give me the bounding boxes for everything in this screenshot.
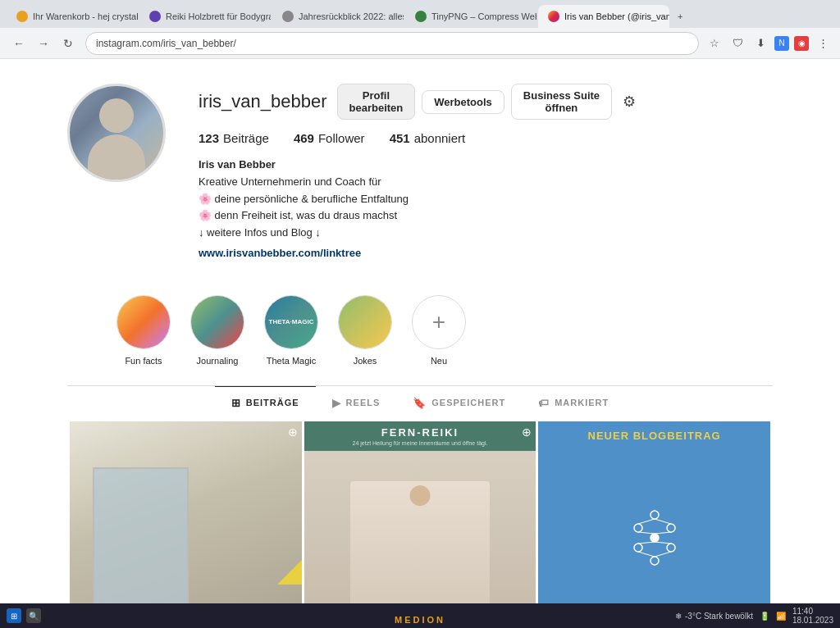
svg-point-4 [634, 544, 642, 552]
highlight-circle-jokes [338, 295, 392, 349]
beitraege-icon: ⊞ [231, 397, 241, 409]
tab-gespeichert[interactable]: 🔖 GESPEICHERT [396, 386, 522, 419]
post1-bookmark-icon: ⊕ [288, 425, 298, 439]
highlight-journaling[interactable]: Journaling [190, 295, 244, 366]
bio-line3: 🌸 denn Freiheit ist, was du draus machst [199, 207, 773, 225]
svg-line-11 [638, 542, 655, 544]
highlight-neu[interactable]: + Neu [412, 295, 466, 366]
weather-info: ❄ -3°C Stark bewölkt [675, 612, 753, 621]
svg-point-1 [634, 524, 642, 532]
business-suite-button[interactable]: Business Suiteöffnen [511, 84, 612, 120]
svg-line-8 [655, 519, 671, 524]
battery-icon: 🔋 [760, 612, 769, 621]
post2-header-text: FERN-REIKI [309, 426, 532, 439]
tab-icon-tinypng [415, 11, 427, 22]
weather-text: -3°C Stark bewölkt [685, 612, 753, 621]
extension-2[interactable]: ◉ [794, 36, 809, 51]
highlight-circle-fun [116, 295, 171, 349]
menu-icon[interactable]: ⋮ [814, 34, 832, 52]
tab-bar: Ihr Warenkorb - hej crystal × Reiki Holz… [0, 0, 840, 28]
svg-point-6 [651, 557, 659, 565]
refresh-button[interactable]: ↻ [57, 33, 79, 54]
tab-markiert[interactable]: 🏷 MARKIERT [522, 386, 625, 419]
back-button[interactable]: ← [8, 33, 30, 54]
content-tabs-row: ⊞ BEITRÄGE ▶ REELS 🔖 GESPEICHERT 🏷 [67, 385, 773, 419]
tab-icon-instagram [548, 11, 559, 22]
following-stat[interactable]: 451 abonniert [390, 131, 466, 145]
shield-icon[interactable]: 🛡 [728, 34, 746, 52]
post3-diagram [546, 447, 762, 603]
new-tab-button[interactable]: + [671, 5, 694, 28]
tab-tinypng[interactable]: TinyPNG – Compress WebP, PN... × [405, 5, 536, 28]
page-content: iris_van_bebber Profilbearbeiten Werbeto… [0, 59, 840, 603]
svg-line-10 [655, 532, 671, 534]
svg-point-3 [651, 534, 659, 542]
clock: 11:40 18.01.2023 [792, 607, 833, 625]
extension-1[interactable]: N [774, 36, 789, 51]
highlight-img-fun [117, 296, 170, 348]
taskbar-start[interactable]: ⊞ [7, 608, 21, 623]
highlight-circle-theta: THETA·MAGIC [264, 295, 318, 349]
bio-link[interactable]: www.irisvanbebber.com/linktree [199, 245, 773, 262]
nav-buttons: ← → ↻ [8, 33, 79, 54]
highlight-fun-facts[interactable]: Fun facts [116, 295, 171, 366]
werbetools-button[interactable]: Werbetools [422, 90, 504, 114]
tab-icon-reiki [149, 11, 161, 22]
medion-brand-label: MEDION [395, 615, 445, 625]
bio-name: Iris van Bebber [199, 157, 773, 174]
profile-header: iris_van_bebber Profilbearbeiten Werbeto… [67, 84, 773, 262]
tab-instagram[interactable]: Iris van Bebber (@iris_van_bebl... × [538, 5, 669, 28]
post-3[interactable]: NEUER BLOGBEITRAG [538, 421, 770, 603]
profile-buttons: Profilbearbeiten Werbetools Business Sui… [337, 84, 641, 120]
avatar [67, 84, 166, 182]
add-icon: + [432, 309, 445, 335]
monitor: Ihr Warenkorb - hej crystal × Reiki Holz… [0, 0, 840, 628]
profile-photo [70, 86, 163, 180]
highlight-jokes[interactable]: Jokes [338, 295, 392, 366]
svg-line-14 [655, 552, 671, 557]
taskbar-search[interactable]: 🔍 [26, 608, 41, 623]
settings-icon[interactable]: ⚙ [619, 91, 640, 112]
highlights-row: Fun facts Journaling THETA·MAGIC [67, 282, 773, 385]
post2-person [350, 481, 490, 603]
taskbar: ⊞ 🔍 ❄ -3°C Stark bewölkt 🔋 📶 11:40 18.01… [0, 603, 840, 628]
svg-point-2 [667, 524, 675, 532]
post-1[interactable]: 12 von 12 im Januar 2023 © Iris van Bebb… [70, 421, 302, 603]
post2-header: FERN-REIKI 24 jetzt Heilung für meine In… [304, 421, 536, 451]
time-display: 11:40 [792, 607, 833, 616]
post-2[interactable]: FERN-REIKI 24 jetzt Heilung für meine In… [304, 421, 536, 603]
post2-subtext: 24 jetzt Heilung für meine Innenräume un… [309, 440, 532, 446]
svg-point-5 [667, 544, 675, 552]
tab-reels[interactable]: ▶ REELS [316, 386, 397, 419]
tab-reiki[interactable]: Reiki Holzbrett für Bodygraphs × [139, 5, 271, 28]
highlight-img-journal [191, 296, 244, 348]
browser-actions: ☆ 🛡 ⬇ N ◉ ⋮ [705, 34, 832, 52]
address-bar[interactable]: instagram.com/iris_van_bebber/ [85, 32, 699, 55]
download-icon[interactable]: ⬇ [751, 34, 769, 52]
tab-icon-warenkorb [16, 11, 28, 22]
followers-stat[interactable]: 469 Follower [294, 131, 365, 145]
tab-beitraege[interactable]: ⊞ BEITRÄGE [215, 386, 316, 419]
profile-stats: 123 Beiträge 469 Follower 451 abonniert [199, 131, 773, 145]
bio-line4: ↓ weitere Infos und Blog ↓ [199, 225, 773, 242]
highlight-theta-magic[interactable]: THETA·MAGIC Theta Magic [264, 295, 318, 366]
edit-profile-button[interactable]: Profilbearbeiten [337, 84, 416, 120]
bio-line2: 🌸 deine persönliche & berufliche Entfalt… [199, 191, 773, 208]
tab-warenkorb[interactable]: Ihr Warenkorb - hej crystal × [7, 5, 138, 28]
forward-button[interactable]: → [33, 33, 54, 54]
highlight-label-fun: Fun facts [125, 356, 162, 366]
reflektor-svg [622, 505, 687, 571]
tab-jahres[interactable]: Jahresrückblick 2022: alles Groß... × [272, 5, 404, 28]
svg-line-12 [655, 542, 671, 544]
post2-bookmark-icon: ⊕ [522, 425, 532, 439]
address-bar-row: ← → ↻ instagram.com/iris_van_bebber/ ☆ 🛡… [0, 28, 840, 59]
date-display: 18.01.2023 [792, 616, 833, 625]
screen: Ihr Warenkorb - hej crystal × Reiki Holz… [0, 0, 840, 603]
bio-line1: Kreative Unternehmerin und Coach für [199, 174, 773, 191]
bookmark-icon[interactable]: ☆ [705, 34, 724, 52]
bookmark-tab-icon: 🔖 [413, 397, 427, 409]
windows-icon: ⊞ [7, 608, 21, 623]
username: iris_van_bebber [199, 91, 327, 112]
highlight-label-theta: Theta Magic [267, 356, 317, 366]
posts-grid: 12 von 12 im Januar 2023 © Iris van Bebb… [67, 419, 773, 603]
